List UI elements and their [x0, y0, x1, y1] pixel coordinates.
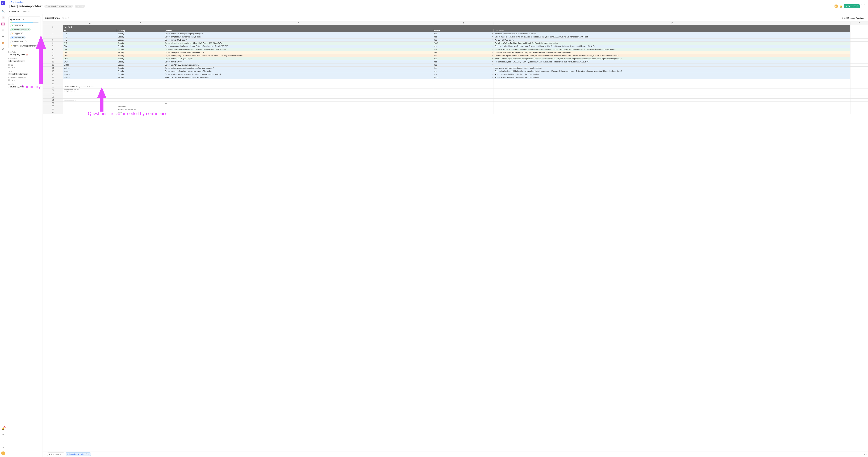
- cell[interactable]: [63, 82, 117, 85]
- cell-no[interactable]: IAM-11: [63, 67, 117, 70]
- cell[interactable]: [494, 108, 850, 111]
- col-header-F[interactable]: F: [850, 22, 868, 25]
- cell-comments[interactable]: An annual risk assessment is conducted f…: [494, 32, 850, 35]
- cell-question[interactable]: Do you have a risk management program in…: [164, 32, 433, 35]
- cell[interactable]: [164, 89, 433, 92]
- send-icon[interactable]: ✈: [1, 439, 5, 443]
- col-header-A[interactable]: A: [63, 22, 117, 25]
- dropdown-icon[interactable]: ▾: [492, 55, 493, 56]
- transfer-icon[interactable]: ⇄: [1, 47, 5, 51]
- cell-category[interactable]: Security: [117, 45, 164, 48]
- cell-answer[interactable]: Yes▾: [433, 70, 494, 73]
- dropdown-icon[interactable]: ▾: [492, 73, 493, 75]
- cell-category[interactable]: Security: [117, 51, 164, 54]
- cell-no[interactable]: OW-3: [63, 51, 117, 54]
- cell-category[interactable]: Security: [117, 48, 164, 51]
- cell[interactable]: [164, 82, 433, 85]
- cell-answer[interactable]: Yes▾: [433, 67, 494, 70]
- cell-no[interactable]: AIM-14: [63, 76, 117, 79]
- cell[interactable]: [433, 79, 494, 82]
- user-avatar[interactable]: CJ: [834, 4, 838, 8]
- cell-comments[interactable]: For more details, see: • CSA CAIQ - STAR…: [494, 60, 850, 64]
- cell[interactable]: [63, 95, 117, 99]
- dropdown-icon[interactable]: ▾: [492, 76, 493, 78]
- chip-flagged[interactable]: ⚠Flagged 1: [10, 32, 24, 35]
- cell[interactable]: [164, 95, 433, 99]
- cell[interactable]: INTERNAL USE ONLY -: [63, 99, 117, 102]
- cell[interactable]: [494, 105, 850, 108]
- dropdown-icon[interactable]: ▾: [492, 58, 493, 59]
- approve-all-button[interactable]: ⚡Approve all unflagged answers: [10, 45, 38, 47]
- zoom-select[interactable]: 100% ▾: [62, 17, 69, 19]
- sheet-tab-instructions[interactable]: Instructions 0 ▾: [47, 453, 64, 456]
- cell-comments[interactable]: Customer data is logically segmented usi…: [494, 51, 850, 54]
- cell[interactable]: [63, 111, 117, 114]
- cell-no[interactable]: IT-4: [63, 42, 117, 45]
- paint-icon[interactable]: 🎨: [1, 41, 5, 45]
- cell[interactable]: [494, 99, 850, 102]
- col-header-B[interactable]: B: [117, 22, 164, 25]
- cell-question[interactable]: Do you use AES-256 to secure data-at-res…: [164, 64, 433, 67]
- cell-comments[interactable]: [494, 64, 850, 67]
- row-header[interactable]: 1: [43, 25, 63, 29]
- app-logo[interactable]: ⬚: [1, 1, 5, 5]
- cell-answer[interactable]: Yes▾: [433, 48, 494, 51]
- library-icon[interactable]: ▤: [1, 28, 5, 32]
- cell[interactable]: [164, 111, 433, 114]
- cell-question[interactable]: If yes, how soon after termination do yo…: [164, 76, 433, 79]
- cell-no[interactable]: EKM-3: [63, 64, 117, 67]
- cell[interactable]: [433, 85, 494, 89]
- cell[interactable]: [494, 95, 850, 99]
- dropdown-icon[interactable]: ▾: [492, 52, 493, 53]
- status-pill[interactable]: Started ▾: [75, 5, 85, 8]
- help-icon[interactable]: ?: [1, 433, 5, 437]
- dropdown-icon[interactable]: ▾: [492, 67, 493, 69]
- cell-answer[interactable]: Yes▾: [433, 45, 494, 48]
- col-header-C[interactable]: C: [164, 22, 433, 25]
- cell-comments[interactable]: We have a BYOD policy.: [494, 38, 850, 42]
- dropdown-icon[interactable]: ▾: [492, 64, 493, 66]
- cell[interactable]: Control maturity: [117, 105, 164, 108]
- cell-category[interactable]: Security: [117, 76, 164, 79]
- cell-answer[interactable]: Yes▾: [433, 64, 494, 67]
- cell-question[interactable]: Do you rely on 3rd party hosting provide…: [164, 42, 433, 45]
- cell[interactable]: [494, 85, 850, 89]
- cell-answer[interactable]: Yes▾: [433, 35, 494, 38]
- edit-notes-icon[interactable]: ✎: [14, 67, 16, 68]
- cell-answer[interactable]: AWS▾: [433, 42, 494, 45]
- cell[interactable]: Property of Acme Corp, IncNo Rights Rese…: [63, 89, 117, 92]
- spreadsheet[interactable]: ABCDEF1GREY2No.CategoryQuestionAnswerCom…: [43, 22, 868, 451]
- chip-approved[interactable]: Approved 0: [10, 24, 24, 27]
- cell-question[interactable]: Do you revoke access to terminated emplo…: [164, 73, 433, 76]
- col-header-D[interactable]: D: [433, 22, 494, 25]
- cell[interactable]: [494, 102, 850, 105]
- cell-category[interactable]: Security: [117, 42, 164, 45]
- dropdown-icon[interactable]: ▾: [492, 70, 493, 72]
- export-button[interactable]: ⬇Export .XLS: [844, 4, 860, 8]
- cell[interactable]: [433, 99, 494, 102]
- cell-no[interactable]: OW-1: [63, 45, 117, 48]
- cell-comments[interactable]: Data in transit is encrypted using TLS 1…: [494, 35, 850, 38]
- cell[interactable]: [164, 92, 433, 95]
- sheet-prev-icon[interactable]: ‹: [864, 453, 865, 455]
- tab-answers[interactable]: Answers: [22, 9, 30, 14]
- cell[interactable]: [117, 92, 164, 95]
- cell-no[interactable]: IT-3: [63, 38, 117, 42]
- cell[interactable]: [494, 92, 850, 95]
- cell-answer[interactable]: Yes▾: [433, 32, 494, 35]
- cell-comments[interactable]: User access reviews are conducted quarte…: [494, 67, 850, 70]
- cell[interactable]: Signoff: [117, 111, 164, 114]
- chip-ready[interactable]: Ready to Approve 3: [10, 28, 31, 31]
- cell[interactable]: [433, 89, 494, 92]
- notification-icon[interactable]: 🔔■: [1, 426, 5, 431]
- cell-no[interactable]: OW-5: [63, 57, 117, 60]
- cell-category[interactable]: Security: [117, 67, 164, 70]
- cell[interactable]: [164, 108, 433, 111]
- cell[interactable]: [433, 108, 494, 111]
- cell[interactable]: Risk: [164, 102, 433, 105]
- cell-answer[interactable]: Yes▾: [433, 60, 494, 64]
- sheet-menu-icon[interactable]: ≡: [44, 453, 45, 456]
- cell[interactable]: [433, 82, 494, 85]
- cell-answer[interactable]: Yes▾: [433, 73, 494, 76]
- cell[interactable]: [63, 79, 117, 82]
